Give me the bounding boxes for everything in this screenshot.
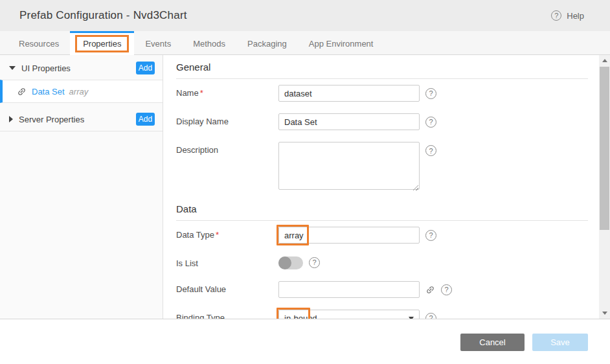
vertical-scrollbar[interactable]	[599, 55, 610, 319]
tab-app-environment[interactable]: App Environment	[298, 31, 385, 54]
data-set-item-label: Data Set	[32, 87, 65, 97]
caret-right-icon	[9, 116, 13, 122]
is-list-toggle[interactable]	[278, 256, 303, 269]
tab-events[interactable]: Events	[134, 31, 182, 54]
add-server-property-button[interactable]: Add	[136, 113, 155, 126]
dialog-footer: Cancel Save	[0, 319, 610, 364]
binding-type-label: Binding Type	[176, 310, 278, 319]
section-title-general: General	[176, 62, 588, 79]
display-name-label: Display Name	[176, 113, 278, 126]
data-type-label: Data Type*	[176, 227, 278, 240]
is-list-help-icon[interactable]: ?	[309, 257, 320, 268]
bind-property-icon[interactable]	[424, 282, 437, 296]
section-title-data: Data	[176, 203, 588, 221]
binding-type-selected-value: in-bound	[284, 313, 317, 319]
property-form: General Name* ? Display Name ? Descripti	[163, 55, 610, 319]
field-row-default-value: Default Value ?	[176, 281, 588, 298]
field-row-description: Description ?	[176, 142, 588, 192]
scroll-up-arrow-icon[interactable]	[599, 55, 610, 66]
help-link[interactable]: ? Help	[551, 10, 584, 21]
name-help-icon[interactable]: ?	[425, 88, 436, 99]
scroll-down-arrow-icon[interactable]	[599, 308, 610, 319]
data-set-item-type: array	[69, 87, 89, 97]
name-input[interactable]	[278, 85, 420, 102]
is-list-label: Is List	[176, 255, 278, 268]
field-row-display-name: Display Name ?	[176, 113, 588, 130]
tab-methods[interactable]: Methods	[182, 31, 236, 54]
dropdown-arrow-icon	[409, 317, 414, 319]
annotation-box-properties: Properties	[75, 35, 129, 52]
help-circle-icon: ?	[551, 10, 561, 21]
dialog-body: UI Properties Add Data Set array Server …	[0, 55, 610, 319]
binding-type-select[interactable]: in-bound	[278, 310, 420, 319]
toggle-knob	[278, 256, 291, 269]
tab-packaging[interactable]: Packaging	[236, 31, 298, 54]
field-row-is-list: Is List ?	[176, 255, 588, 269]
sidebar-section-server-properties[interactable]: Server Properties Add	[0, 108, 163, 131]
field-row-binding-type: Binding Type in-bound ?	[176, 310, 588, 319]
properties-sidebar: UI Properties Add Data Set array Server …	[0, 55, 163, 319]
data-type-help-icon[interactable]: ?	[425, 230, 436, 241]
bind-link-icon	[15, 84, 28, 98]
default-value-input[interactable]	[278, 281, 420, 298]
field-row-name: Name* ?	[176, 85, 588, 102]
name-label: Name*	[176, 85, 278, 98]
tab-bar: Resources Properties Events Methods Pack…	[0, 31, 610, 55]
ui-properties-label: UI Properties	[21, 63, 136, 73]
add-ui-property-button[interactable]: Add	[136, 62, 155, 74]
binding-type-help-icon[interactable]: ?	[425, 313, 436, 319]
scrollbar-thumb[interactable]	[600, 67, 609, 230]
default-value-help-icon[interactable]: ?	[441, 284, 452, 295]
required-asterisk: *	[216, 230, 219, 240]
dialog-header: Prefab Configuration - Nvd3Chart ? Help	[0, 0, 610, 31]
default-value-label: Default Value	[176, 281, 278, 294]
sidebar-section-ui-properties[interactable]: UI Properties Add	[0, 58, 163, 78]
description-help-icon[interactable]: ?	[425, 145, 436, 156]
dialog-title: Prefab Configuration - Nvd3Chart	[19, 9, 187, 22]
save-button[interactable]: Save	[532, 334, 588, 351]
cancel-button[interactable]: Cancel	[460, 334, 525, 351]
caret-down-icon	[9, 66, 16, 70]
description-textarea[interactable]	[278, 142, 420, 190]
tab-properties[interactable]: Properties	[70, 31, 134, 55]
data-type-input[interactable]	[278, 227, 420, 244]
field-row-data-type: Data Type* ?	[176, 227, 588, 244]
tab-resources[interactable]: Resources	[8, 31, 70, 54]
prefab-configuration-dialog: Prefab Configuration - Nvd3Chart ? Help …	[0, 0, 610, 364]
help-label: Help	[567, 11, 584, 21]
description-label: Description	[176, 142, 278, 155]
required-asterisk: *	[200, 88, 203, 98]
sidebar-item-data-set[interactable]: Data Set array	[0, 80, 163, 103]
display-name-help-icon[interactable]: ?	[425, 117, 436, 128]
server-properties-label: Server Properties	[19, 115, 136, 124]
display-name-input[interactable]	[278, 113, 420, 130]
